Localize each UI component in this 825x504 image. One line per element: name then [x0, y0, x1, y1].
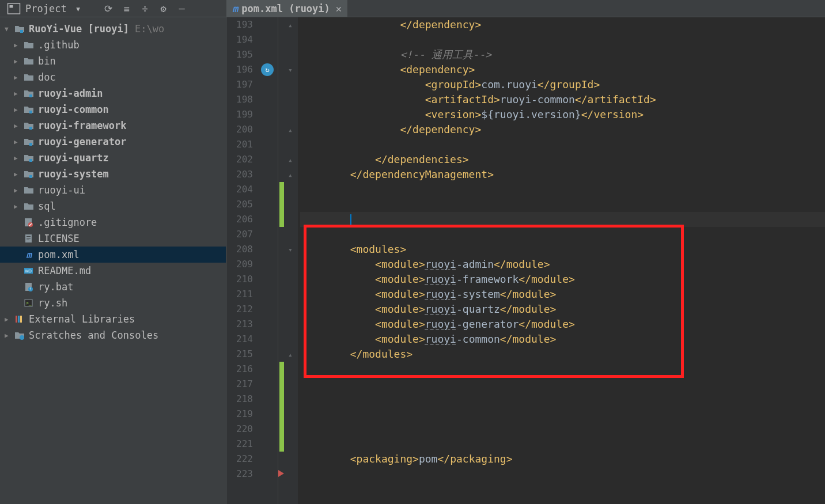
tree-item--gitignore[interactable]: .gitignore [0, 214, 226, 230]
code-line[interactable]: <module>ruoyi-system</module> [300, 287, 825, 302]
code-line[interactable] [300, 377, 825, 392]
module-icon [23, 88, 35, 98]
tree-item-ruoyi-admin[interactable]: ruoyi-admin [0, 85, 226, 101]
folder-icon [23, 56, 35, 66]
chevron-right-icon[interactable] [14, 203, 23, 210]
vcs-added-marker[interactable] [279, 182, 284, 227]
tree-item-doc[interactable]: doc [0, 69, 226, 85]
chevron-down-icon[interactable]: ▾ [71, 2, 85, 16]
code-line[interactable]: <packaging>pom</packaging> [300, 452, 825, 467]
code-line[interactable] [300, 32, 825, 47]
code-line[interactable] [300, 227, 825, 242]
chevron-right-icon[interactable] [14, 41, 23, 49]
tree-item-sql[interactable]: sql [0, 198, 226, 214]
tree-root[interactable]: RuoYi-Vue [ruoyi] E:\wo [0, 21, 226, 37]
line-number: 199 [226, 107, 253, 122]
line-number: 222 [226, 452, 253, 467]
settings-icon[interactable]: ⚙ [157, 2, 171, 16]
code-line[interactable]: <module>ruoyi-common</module> [300, 332, 825, 347]
code-editor[interactable]: 1931941951961971981992002012022032042052… [226, 0, 825, 504]
chevron-right-icon[interactable] [14, 58, 23, 65]
tree-item-ruoyi-generator[interactable]: ruoyi-generator [0, 134, 226, 150]
hide-icon[interactable]: — [175, 2, 189, 16]
chevron-right-icon[interactable] [14, 74, 23, 81]
tree-item-ruoyi-system[interactable]: ruoyi-system [0, 166, 226, 182]
collapse-icon[interactable]: ≡ [120, 2, 134, 16]
code-line[interactable]: <module>ruoyi-admin</module> [300, 257, 825, 272]
chevron-right-icon[interactable] [14, 138, 23, 146]
tree-item-LICENSE[interactable]: LICENSE [0, 230, 226, 247]
fold-collapse-icon[interactable]: ▾ [286, 66, 294, 74]
external-libraries[interactable]: External Libraries [0, 311, 226, 327]
svg-rect-2 [20, 30, 23, 33]
code-line[interactable]: </dependency> [300, 17, 825, 32]
close-icon[interactable]: ✕ [336, 3, 342, 14]
tree-item-ry-sh[interactable]: >_ry.sh [0, 295, 226, 311]
tree-item-pom-xml[interactable]: mpom.xml [0, 247, 226, 263]
tree-item-ry-bat[interactable]: ?ry.bat [0, 279, 226, 295]
fold-expand-icon[interactable]: ▴ [286, 350, 294, 358]
expand-icon[interactable]: ÷ [138, 2, 152, 16]
code-line[interactable]: <module>ruoyi-generator</module> [300, 317, 825, 332]
fold-collapse-icon[interactable]: ▾ [286, 245, 294, 253]
code-line[interactable]: <artifactId>ruoyi-common</artifactId> [300, 92, 825, 107]
code-area[interactable]: </dependency> <!-- 通用工具--> <dependency> … [298, 17, 825, 504]
code-line[interactable] [300, 422, 825, 437]
code-line[interactable] [300, 137, 825, 152]
vcs-added-marker[interactable] [279, 362, 284, 452]
code-line[interactable] [300, 212, 825, 227]
chevron-right-icon[interactable] [5, 316, 14, 323]
tab-pom-xml[interactable]: m pom.xml (ruoyi) ✕ [226, 0, 347, 17]
code-line[interactable]: </dependency> [300, 122, 825, 137]
tree-item-ruoyi-ui[interactable]: ruoyi-ui [0, 182, 226, 198]
tree-item-README-md[interactable]: MDREADME.md [0, 263, 226, 279]
code-line[interactable] [300, 407, 825, 422]
code-line[interactable]: <modules> [300, 242, 825, 257]
code-line[interactable]: <groupId>com.ruoyi</groupId> [300, 77, 825, 92]
fold-expand-icon[interactable]: ▴ [286, 170, 294, 179]
tree-item-bin[interactable]: bin [0, 53, 226, 69]
tab-filename: pom.xml [241, 3, 283, 14]
code-line[interactable] [300, 182, 825, 197]
line-number: 196 [226, 62, 253, 77]
fold-expand-icon[interactable]: ▴ [286, 126, 294, 134]
project-view-icon[interactable] [7, 2, 21, 16]
tree-item-ruoyi-quartz[interactable]: ruoyi-quartz [0, 150, 226, 166]
code-line[interactable]: <module>ruoyi-quartz</module> [300, 302, 825, 317]
chevron-right-icon[interactable] [14, 106, 23, 113]
chevron-right-icon[interactable] [14, 90, 23, 97]
chevron-right-icon[interactable] [14, 154, 23, 162]
svg-rect-5 [29, 127, 32, 130]
refresh-icon[interactable]: ⟳ [101, 2, 115, 16]
code-line[interactable]: <dependency> [300, 62, 825, 77]
tree-item-ruoyi-common[interactable]: ruoyi-common [0, 101, 226, 118]
code-line[interactable] [300, 467, 825, 482]
code-line[interactable]: <module>ruoyi-framework</module> [300, 272, 825, 287]
project-tree[interactable]: RuoYi-Vue [ruoyi] E:\wo .githubbindocruo… [0, 17, 226, 343]
line-number-gutter: 1931941951961971981992002012022032042052… [226, 17, 259, 504]
chevron-right-icon[interactable] [14, 122, 23, 130]
code-line[interactable] [300, 392, 825, 407]
tree-item--github[interactable]: .github [0, 37, 226, 53]
project-label[interactable]: Project [25, 3, 67, 14]
code-line[interactable]: <version>${ruoyi.version}</version> [300, 107, 825, 122]
code-line[interactable]: </modules> [300, 347, 825, 362]
code-line[interactable]: <!-- 通用工具--> [300, 47, 825, 62]
scratches-consoles[interactable]: Scratches and Consoles [0, 327, 226, 343]
fold-expand-icon[interactable]: ▴ [286, 21, 294, 29]
tree-item-label: ruoyi-quartz [38, 152, 109, 164]
vcs-deleted-marker[interactable] [278, 470, 284, 477]
code-line[interactable] [300, 197, 825, 212]
line-number: 210 [226, 272, 253, 287]
chevron-right-icon[interactable] [14, 187, 23, 194]
code-line[interactable] [300, 437, 825, 452]
chevron-right-icon[interactable] [14, 170, 23, 178]
code-line[interactable]: </dependencies> [300, 152, 825, 167]
chevron-down-icon[interactable] [5, 25, 14, 33]
maven-update-icon[interactable]: ↻ [261, 63, 274, 76]
code-line[interactable]: </dependencyManagement> [300, 167, 825, 182]
fold-expand-icon[interactable]: ▴ [286, 156, 294, 164]
tree-item-ruoyi-framework[interactable]: ruoyi-framework [0, 118, 226, 134]
code-line[interactable] [300, 362, 825, 377]
chevron-right-icon[interactable] [5, 332, 14, 339]
